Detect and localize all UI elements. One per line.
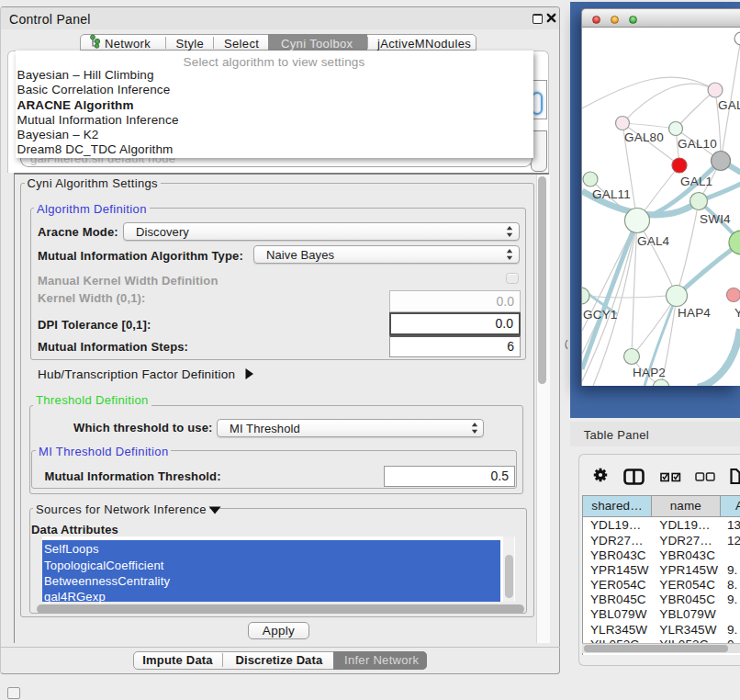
svg-text:Y: Y: [734, 306, 740, 320]
svg-text:HAP4: HAP4: [678, 306, 711, 320]
svg-text:GAL7: GAL7: [718, 98, 740, 112]
svg-text:GAL1: GAL1: [680, 175, 712, 188]
svg-text:SWI4: SWI4: [700, 212, 731, 226]
svg-text:GAL10: GAL10: [678, 137, 717, 151]
svg-text:GCY1: GCY1: [583, 308, 618, 322]
svg-text:GAL80: GAL80: [624, 130, 664, 144]
svg-text:GAL4: GAL4: [637, 234, 670, 248]
svg-text:HAP2: HAP2: [633, 366, 666, 379]
svg-text:GAL11: GAL11: [592, 187, 631, 201]
